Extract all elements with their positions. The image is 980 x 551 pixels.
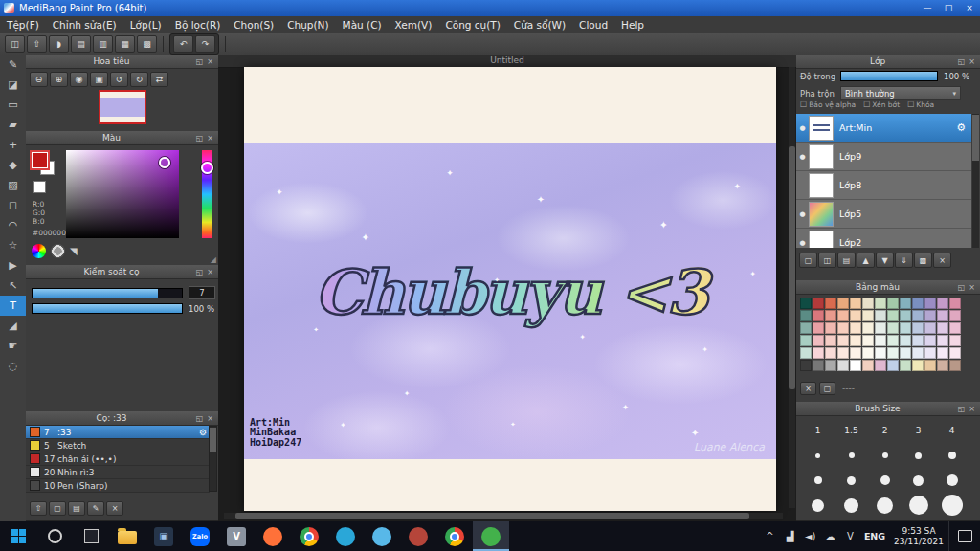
save-icon[interactable]: ◫ (5, 35, 25, 53)
delete-brush-icon[interactable]: × (106, 501, 123, 516)
palette-swatch[interactable] (912, 310, 924, 321)
brush-settings-icon[interactable]: ⚙ (199, 428, 207, 437)
palette-swatch[interactable] (837, 322, 849, 334)
brush-size-preset[interactable]: 3 (902, 418, 935, 443)
palette-swatch[interactable] (924, 360, 936, 371)
taskbar-clock[interactable]: 9:53 SA 23/11/2021 (889, 526, 948, 547)
brush-item[interactable]: 17chân ái (••,•) (26, 452, 210, 466)
palette-swatch[interactable] (924, 310, 936, 321)
palette-swatch[interactable] (887, 335, 899, 346)
palette-swatch[interactable] (900, 310, 911, 321)
popout-icon[interactable]: ◱ (194, 57, 205, 66)
move-tool[interactable]: + (0, 135, 26, 155)
zoom-tool[interactable]: ◌ (0, 356, 26, 376)
palette-swatch[interactable] (900, 360, 911, 371)
palette-swatch[interactable] (949, 298, 961, 309)
scroll-up-icon[interactable]: ⇧ (30, 501, 47, 516)
zoom-in-button[interactable]: ⊕ (50, 72, 68, 87)
file-explorer-app[interactable] (109, 521, 145, 551)
operation-tool[interactable]: ▶ (0, 255, 26, 276)
rotate-right-button[interactable]: ↻ (130, 72, 148, 87)
photos-app[interactable]: ▣ (145, 521, 182, 551)
redo-button[interactable]: ↷ (195, 35, 215, 53)
brush-size-preset[interactable] (935, 443, 969, 468)
layer-list-scrollbar[interactable] (972, 114, 979, 248)
lasso-tool[interactable]: ◠ (0, 215, 26, 235)
palette-swatch[interactable] (912, 335, 924, 346)
close-panel-icon[interactable]: × (205, 134, 215, 143)
palette-swatch[interactable] (924, 347, 936, 359)
palette-swatch[interactable] (837, 310, 849, 321)
add-brush-icon[interactable]: ▢ (49, 501, 66, 516)
unikey-app[interactable]: V (218, 521, 255, 551)
palette-swatch[interactable] (800, 335, 812, 346)
hue-slider[interactable] (202, 150, 212, 238)
brush-opacity-slider[interactable]: 100 % (32, 303, 214, 314)
sv-indicator[interactable] (159, 157, 170, 168)
new-page-icon[interactable]: ▤ (71, 35, 91, 53)
palette-swatch[interactable] (800, 310, 812, 321)
palette-swatch[interactable] (924, 335, 936, 346)
delete-color-icon[interactable]: × (800, 382, 816, 395)
comment-icon[interactable]: ◗ (49, 35, 69, 53)
menu-help[interactable]: Help (614, 16, 651, 33)
fit-screen-button[interactable]: ▣ (90, 72, 108, 87)
pointer-tool[interactable]: ↖ (0, 276, 26, 296)
palette-swatch[interactable] (887, 347, 899, 359)
brush-size-preset[interactable] (902, 468, 935, 493)
palette-swatch[interactable] (862, 310, 874, 321)
close-panel-icon[interactable]: × (205, 268, 215, 276)
popout-icon[interactable]: ◱ (194, 134, 205, 143)
palette-swatch[interactable] (800, 347, 812, 359)
layer-visibility-icon[interactable]: ● (796, 210, 809, 218)
search-button[interactable] (36, 521, 73, 551)
brush-size-preset[interactable] (835, 443, 868, 468)
menu-chinh-sua[interactable]: Chỉnh sửa(E) (46, 16, 123, 33)
palette-swatch[interactable] (937, 347, 948, 359)
edit-brush-icon[interactable]: ✎ (87, 501, 104, 516)
palette-swatch[interactable] (862, 360, 874, 371)
palette-swatch[interactable] (825, 298, 836, 309)
brush-size-preset[interactable] (868, 468, 902, 493)
zalo-app[interactable]: Zalo (182, 521, 218, 551)
canvas-tab[interactable]: Untitled (480, 55, 534, 67)
brush-size-preset[interactable] (801, 493, 835, 518)
grayscale-wheel-icon[interactable] (51, 244, 65, 258)
palette-swatch[interactable] (800, 360, 812, 371)
palette-swatch[interactable] (862, 298, 874, 309)
palette-swatch[interactable] (825, 360, 836, 371)
resize-grip-icon[interactable]: ◢ (211, 255, 216, 264)
palette-swatch[interactable] (924, 298, 936, 309)
select-tool[interactable]: ◻ (0, 195, 26, 215)
delete-layer-icon[interactable]: × (933, 253, 951, 268)
zoom-100-button[interactable]: ◉ (70, 72, 88, 87)
palette-swatch[interactable] (875, 360, 886, 371)
flip-button[interactable]: ⇄ (150, 72, 168, 87)
palette-swatch[interactable] (813, 335, 824, 346)
palette-swatch[interactable] (837, 360, 849, 371)
palette-swatch[interactable] (924, 322, 936, 334)
palette-swatch[interactable] (887, 360, 899, 371)
shape-tool[interactable]: ▭ (0, 95, 26, 115)
edge-app[interactable] (327, 521, 364, 551)
palette-swatch[interactable] (800, 322, 812, 334)
layer-row[interactable]: Lớp8 (796, 171, 971, 200)
brush-size-preset[interactable]: 1.5 (835, 418, 868, 443)
palette-swatch[interactable] (813, 310, 824, 321)
menu-cloud[interactable]: Cloud (572, 16, 614, 33)
brush-size-preset[interactable] (868, 443, 902, 468)
hidden-icons-chevron[interactable]: ^ (760, 531, 780, 541)
layer-settings-icon[interactable]: ▩ (914, 253, 932, 268)
palette-swatch[interactable] (900, 322, 911, 334)
brush-size-preset[interactable]: 2 (868, 418, 902, 443)
brush-size-preset[interactable] (801, 468, 835, 493)
close-panel-icon[interactable]: × (967, 57, 977, 66)
gradient-tool[interactable]: ▨ (0, 175, 26, 195)
brave-app[interactable] (400, 521, 436, 551)
onedrive-icon[interactable]: ☁ (820, 531, 840, 541)
navigator-thumbnail[interactable] (99, 90, 146, 124)
brush-size-preset[interactable]: 1 (801, 418, 835, 443)
palette-swatch[interactable] (937, 322, 948, 334)
airbrush-tool[interactable]: ▰ (0, 115, 26, 135)
palette-swatch[interactable] (813, 347, 824, 359)
